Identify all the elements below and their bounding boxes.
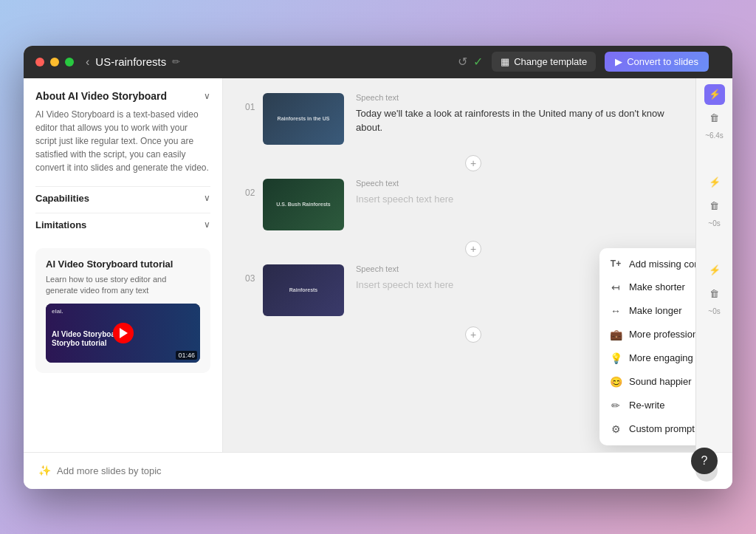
- capabilities-label: Capabilities: [35, 193, 89, 204]
- convert-to-slides-button[interactable]: ▶ Convert to slides: [605, 52, 709, 72]
- speech-text-1[interactable]: Today we'll take a look at rainforests i…: [356, 106, 673, 135]
- custom-prompt-icon: ⚙: [610, 423, 622, 435]
- more-professional-label: More professional: [629, 329, 695, 340]
- context-menu: T+ Add missing content ↤ Make shorter ↔ …: [599, 248, 695, 445]
- slide-content-1: Speech text Today we'll take a look at r…: [356, 93, 673, 135]
- add-row-1: +: [245, 151, 673, 179]
- slide-2-ai-button[interactable]: ⚡: [704, 172, 725, 193]
- video-brand-text: elai.: [52, 308, 63, 315]
- sound-happier-icon: 😊: [610, 376, 622, 388]
- slide-thumbnail-1[interactable]: Rainforests in the US: [263, 93, 344, 145]
- rewrite-icon: ✏: [610, 400, 622, 411]
- table-row: 02 U.S. Bush Rainforests Speech text Ins…: [245, 179, 673, 230]
- limitations-label: Limitations: [35, 219, 86, 230]
- project-title-area: ‹ US-rainforests ✏: [86, 55, 180, 69]
- slide-number-1: 01: [245, 93, 263, 112]
- play-button[interactable]: [113, 323, 134, 343]
- slide-thumbnail-3[interactable]: Rainforests: [263, 264, 344, 316]
- maximize-btn[interactable]: [65, 58, 74, 66]
- context-menu-item-make-shorter[interactable]: ↤ Make shorter: [599, 275, 695, 299]
- about-section-header[interactable]: About AI Video Storyboard ∨: [35, 90, 210, 102]
- slide-thumb-text-1: Rainforests in the US: [275, 113, 333, 124]
- main-content: About AI Video Storyboard ∨ AI Video Sto…: [24, 78, 732, 452]
- tutorial-card: AI Video Storyboard tutorial Learn how t…: [35, 248, 210, 374]
- make-longer-label: Make longer: [629, 305, 682, 316]
- speech-label-2: Speech text: [356, 179, 673, 188]
- more-engaging-label: More engaging: [629, 352, 693, 363]
- context-menu-item-sound-happier[interactable]: 😊 Sound happier: [599, 370, 695, 394]
- slide-1-ai-button[interactable]: ⚡: [704, 84, 725, 105]
- slide-thumb-text-2: U.S. Bush Rainforests: [273, 199, 334, 210]
- help-button[interactable]: ?: [691, 448, 718, 474]
- tutorial-desc: Learn how to use story editor and genera…: [46, 274, 200, 297]
- slide-3-ai-button[interactable]: ⚡: [704, 260, 725, 281]
- limitations-section: Limitations ∨: [35, 213, 210, 236]
- change-template-label: Change template: [514, 56, 587, 67]
- slides-area: 01 Rainforests in the US Speech text Tod…: [223, 78, 695, 452]
- slide-3-actions: ⚡ 🗑 ~0s: [704, 260, 725, 315]
- back-button[interactable]: ‹: [86, 55, 89, 69]
- app-window: ‹ US-rainforests ✏ ↺ ✓ ▦ Change template…: [24, 46, 732, 489]
- about-chevron-icon: ∨: [204, 91, 210, 101]
- video-title-overlay: AI Video Storyboa... Storybo tutorial: [52, 330, 121, 348]
- sound-happier-label: Sound happier: [629, 376, 692, 387]
- window-controls: [35, 58, 74, 66]
- undo-redo-group: ↺ ✓: [458, 55, 483, 69]
- slide-content-2: Speech text Insert speech text here: [356, 179, 673, 207]
- add-slide-button-1[interactable]: +: [465, 155, 481, 171]
- slide-3-duration: ~0s: [708, 307, 720, 315]
- sidebar: About AI Video Storyboard ∨ AI Video Sto…: [24, 78, 223, 452]
- capabilities-section: Capabilities ∨: [35, 186, 210, 210]
- custom-prompt-label: Custom prompt: [629, 423, 695, 434]
- limitations-header[interactable]: Limitations ∨: [35, 213, 210, 236]
- more-professional-icon: 💼: [610, 329, 622, 340]
- slide-number-3: 03: [245, 264, 263, 284]
- add-slides-icon: ✨: [38, 465, 51, 476]
- slide-2-delete-button[interactable]: 🗑: [704, 196, 725, 216]
- edit-project-icon[interactable]: ✏: [172, 56, 180, 67]
- context-menu-item-add-content[interactable]: T+ Add missing content: [599, 253, 695, 275]
- redo-button[interactable]: ✓: [473, 55, 483, 69]
- make-shorter-label: Make shorter: [629, 281, 685, 292]
- capabilities-header[interactable]: Capabilities ∨: [35, 186, 210, 210]
- change-template-icon: ▦: [501, 56, 509, 67]
- slide-1-actions: ⚡ 🗑 ~6.4s: [704, 84, 725, 140]
- add-content-label: Add missing content: [629, 259, 695, 270]
- limitations-chevron-icon: ∨: [204, 219, 210, 230]
- play-icon: [120, 328, 128, 338]
- add-content-icon: T+: [610, 259, 622, 269]
- about-content: AI Video Storyboard is a text-based vide…: [35, 108, 210, 174]
- project-title: US-rainforests: [95, 55, 166, 68]
- slide-thumb-text-3: Rainforests: [286, 284, 321, 295]
- context-menu-item-more-professional[interactable]: 💼 More professional: [599, 323, 695, 346]
- video-duration: 01:46: [176, 351, 197, 360]
- table-row: 01 Rainforests in the US Speech text Tod…: [245, 93, 673, 145]
- convert-icon: ▶: [615, 56, 622, 67]
- slide-3-delete-button[interactable]: 🗑: [704, 284, 725, 304]
- change-template-button[interactable]: ▦ Change template: [492, 52, 596, 72]
- speech-text-2[interactable]: Insert speech text here: [356, 192, 673, 207]
- titlebar-actions: ↺ ✓ ▦ Change template ▶ Convert to slide…: [458, 52, 709, 72]
- add-slide-button-3[interactable]: +: [465, 326, 481, 343]
- slide-thumbnail-2[interactable]: U.S. Bush Rainforests: [263, 179, 344, 230]
- tutorial-video-thumb[interactable]: elai. AI Video Storyboa... Storybo tutor…: [46, 304, 200, 363]
- make-longer-icon: ↔: [610, 305, 622, 317]
- add-slides-input[interactable]: [57, 465, 690, 476]
- close-btn[interactable]: [35, 58, 44, 66]
- slide-2-duration: ~0s: [708, 219, 720, 227]
- titlebar: ‹ US-rainforests ✏ ↺ ✓ ▦ Change template…: [24, 46, 732, 78]
- rewrite-label: Re-write: [629, 400, 664, 411]
- slide-1-delete-button[interactable]: 🗑: [704, 108, 725, 129]
- bottom-bar: ✨ ➤: [24, 452, 732, 489]
- titlebar-center: ‹ US-rainforests ✏ ↺ ✓ ▦ Change template…: [74, 52, 721, 72]
- capabilities-chevron-icon: ∨: [204, 193, 210, 203]
- context-menu-item-more-engaging[interactable]: 💡 More engaging: [599, 346, 695, 370]
- context-menu-item-custom-prompt[interactable]: ⚙ Custom prompt: [599, 417, 695, 441]
- add-slide-button-2[interactable]: +: [465, 241, 481, 257]
- undo-button[interactable]: ↺: [458, 55, 467, 69]
- context-menu-item-rewrite[interactable]: ✏ Re-write: [599, 394, 695, 417]
- slide-2-actions: ⚡ 🗑 ~0s: [704, 172, 725, 227]
- right-sidebar: ⚡ 🗑 ~6.4s ⚡ 🗑 ~0s ⚡ 🗑 ~0s: [695, 78, 732, 452]
- minimize-btn[interactable]: [50, 58, 59, 66]
- context-menu-item-make-longer[interactable]: ↔ Make longer: [599, 299, 695, 323]
